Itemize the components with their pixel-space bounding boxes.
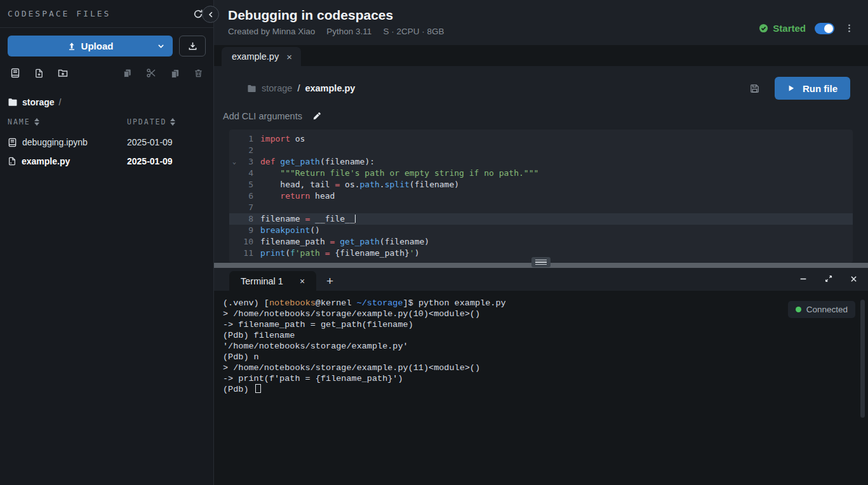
name-header-label: NAME xyxy=(8,117,30,126)
save-button[interactable] xyxy=(749,83,761,95)
upload-button[interactable]: Upload xyxy=(8,36,173,56)
line-number[interactable]: 2 xyxy=(239,145,253,156)
editor-line[interactable]: 7 xyxy=(229,202,853,213)
line-number[interactable]: 8 xyxy=(239,213,253,225)
delete-button[interactable] xyxy=(192,67,204,79)
grip-icon[interactable] xyxy=(531,257,551,267)
minimize-terminal-button[interactable] xyxy=(798,273,809,284)
play-icon xyxy=(787,84,795,92)
editor-line[interactable]: 6 return head xyxy=(229,190,853,202)
paste-button[interactable] xyxy=(169,67,181,79)
run-file-button[interactable]: Run file xyxy=(775,77,850,100)
terminal-line: '/home/notebooks/storage/example.py' xyxy=(223,341,859,352)
line-number[interactable]: 11 xyxy=(239,248,253,259)
tab-terminal-1[interactable]: Terminal 1 × xyxy=(229,271,316,291)
more-options-button[interactable] xyxy=(843,22,855,34)
new-file-button[interactable] xyxy=(33,67,45,79)
editor-line[interactable]: 1import os xyxy=(229,133,853,145)
breadcrumb-dir[interactable]: storage xyxy=(262,83,292,93)
editor-line[interactable]: 9breakpoint() xyxy=(229,225,853,236)
file-row[interactable]: debugging.ipynb2025-01-09 xyxy=(8,133,206,152)
line-number[interactable]: 7 xyxy=(239,202,253,213)
terminal-line: (Pdb) n xyxy=(223,352,859,362)
cli-arguments-label: Add CLI arguments xyxy=(223,111,302,121)
close-terminal-tab-icon[interactable]: × xyxy=(300,276,305,286)
notebook-icon xyxy=(10,68,20,78)
breadcrumb-dir[interactable]: storage xyxy=(22,97,55,107)
panel-resize-handle[interactable] xyxy=(214,263,868,268)
editor-line[interactable]: 8filename = __file__ xyxy=(229,213,853,225)
close-tab-icon[interactable]: × xyxy=(286,51,292,62)
new-folder-button[interactable] xyxy=(57,67,69,79)
name-column-header[interactable]: NAME xyxy=(8,117,127,126)
main-area: Debugging in codespaces Created by Minna… xyxy=(214,0,868,485)
fold-chevron-icon[interactable]: ⌄ xyxy=(229,156,239,168)
line-number[interactable]: 1 xyxy=(239,133,253,145)
breadcrumb-separator: / xyxy=(297,83,300,93)
cut-button[interactable] xyxy=(145,67,157,79)
cli-arguments-row: Add CLI arguments xyxy=(222,100,860,123)
updated-column-header[interactable]: UPDATED xyxy=(127,117,206,126)
code-text: filename = __file__ xyxy=(260,213,356,225)
file-rows: debugging.ipynb2025-01-09example.py2025-… xyxy=(8,133,206,171)
download-all-button[interactable] xyxy=(179,36,206,56)
editor-line[interactable]: ⌄3def get_path(filename): xyxy=(229,156,853,168)
scissors-icon xyxy=(146,68,156,78)
code-text: """Return file's path or empty string if… xyxy=(260,168,538,179)
sort-icon xyxy=(34,118,39,126)
notebook-file-icon xyxy=(8,138,17,147)
terminal-scrollbar[interactable] xyxy=(860,300,865,418)
editor-line[interactable]: 2 xyxy=(229,145,853,156)
line-number[interactable]: 6 xyxy=(239,190,253,202)
sort-icon xyxy=(170,118,175,126)
status-label: Started xyxy=(773,23,806,34)
machine-label: S · 2CPU · 8GB xyxy=(383,27,444,36)
breadcrumb-file: example.py xyxy=(305,83,355,93)
close-terminal-button[interactable] xyxy=(848,274,859,284)
project-subtitle: Created by Minna Xiao Python 3.11 S · 2C… xyxy=(228,27,444,36)
line-number[interactable]: 10 xyxy=(239,236,253,248)
connected-dot-icon xyxy=(796,307,801,312)
fold-gutter xyxy=(229,133,239,145)
trash-icon xyxy=(194,69,203,78)
sidebar-header: CODESPACE FILES xyxy=(0,0,213,28)
terminal-output[interactable]: Connected (.venv) [notebooks@kernel ~/st… xyxy=(214,291,868,485)
code-editor[interactable]: 1import os2⌄3def get_path(filename):4 ""… xyxy=(229,130,853,263)
folder-icon xyxy=(247,84,257,93)
terminal-cursor xyxy=(255,384,261,393)
code-text: import os xyxy=(260,133,305,145)
new-notebook-button[interactable] xyxy=(9,67,22,79)
close-icon xyxy=(850,275,858,283)
fold-gutter xyxy=(229,179,239,190)
chevron-down-icon xyxy=(157,42,165,50)
file-table: NAME UPDATED debugging.ipynb2025-01-09ex… xyxy=(0,112,213,171)
check-circle-icon xyxy=(759,23,768,33)
line-number[interactable]: 9 xyxy=(239,225,253,236)
line-number[interactable]: 4 xyxy=(239,168,253,179)
file-row[interactable]: example.py2025-01-09 xyxy=(8,152,206,171)
fold-gutter xyxy=(229,225,239,236)
python-file-icon xyxy=(8,157,17,166)
copy-button[interactable] xyxy=(121,67,133,79)
editor-line[interactable]: 5 head, tail = os.path.split(filename) xyxy=(229,179,853,190)
tab-example-py[interactable]: example.py × xyxy=(222,47,301,66)
started-toggle[interactable] xyxy=(815,23,834,34)
terminal-controls xyxy=(798,273,859,284)
line-number[interactable]: 5 xyxy=(239,179,253,190)
download-icon xyxy=(188,41,197,51)
fold-gutter xyxy=(229,145,239,156)
app-window: CODESPACE FILES Upload xyxy=(0,0,868,485)
toggle-knob xyxy=(824,24,833,33)
copy-icon xyxy=(123,69,132,78)
edit-cli-arguments-button[interactable] xyxy=(311,110,323,122)
editor-line[interactable]: 10filename_path = get_path(filename) xyxy=(229,236,853,248)
expand-terminal-button[interactable] xyxy=(823,273,834,284)
folder-plus-icon xyxy=(58,68,68,78)
add-terminal-button[interactable]: + xyxy=(326,274,333,288)
editor-line[interactable]: 4 """Return file's path or empty string … xyxy=(229,168,853,179)
editor-tab-bar: example.py × xyxy=(214,45,868,66)
line-number[interactable]: 3 xyxy=(239,156,253,168)
file-header-row: storage / example.py xyxy=(222,75,860,100)
collapse-sidebar-button[interactable] xyxy=(202,6,219,23)
file-updated-date: 2025-01-09 xyxy=(127,156,206,166)
